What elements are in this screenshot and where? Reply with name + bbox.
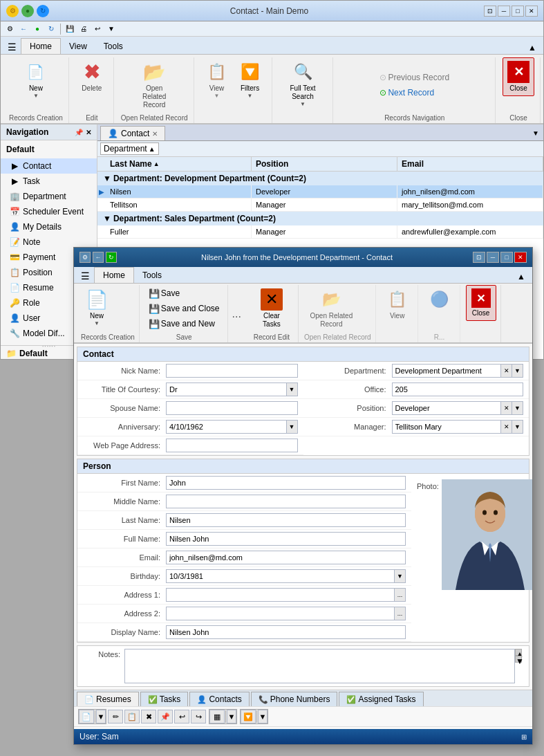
middle-name-input[interactable] (166, 495, 406, 508)
nav-item-contact[interactable]: ▶ Contact (1, 158, 97, 174)
toolbar-new-btn[interactable]: 📄 (79, 710, 94, 723)
refresh-icon[interactable]: ↻ (37, 5, 49, 17)
manager-dropdown-btn[interactable]: ▼ (512, 420, 523, 434)
notes-scroll-up[interactable]: ▲ (515, 649, 522, 656)
tab-assigned-tasks[interactable]: ✅ Assigned Tasks (339, 692, 423, 706)
restore-btn[interactable]: ⊡ (484, 6, 496, 17)
title-courtesy-input[interactable] (166, 382, 287, 396)
toolbar-grid-dropdown[interactable]: ▼ (227, 710, 236, 723)
tab-view[interactable]: View (61, 39, 95, 54)
open-related-button[interactable]: 📂 Open Related Record (129, 57, 180, 113)
person-email-input[interactable] (166, 551, 406, 564)
qa-dropdown-arrow[interactable]: ▼ (105, 23, 118, 35)
position-dropdown-btn[interactable]: ▼ (512, 401, 523, 415)
department-input[interactable] (392, 364, 502, 378)
col-last-name[interactable]: Last Name ▲ (106, 157, 252, 171)
nav-item-mydetails[interactable]: 👤 My Details (1, 219, 97, 234)
table-row[interactable]: ▶ Nilsen Developer john_nilsen@md.com (97, 185, 543, 199)
fulltext-search-button[interactable]: 🔍 Full Text Search ▼ (279, 57, 327, 111)
birthday-input[interactable] (166, 569, 395, 583)
tab-tools[interactable]: Tools (95, 39, 131, 54)
toolbar-dropdown-btn[interactable]: ▼ (96, 710, 106, 723)
office-input[interactable] (392, 382, 524, 396)
contact-tab-close[interactable]: ✕ (152, 130, 158, 138)
dialog-close-btn[interactable]: ✕ (514, 252, 527, 263)
dialog-tab-home[interactable]: Home (94, 267, 134, 283)
nav-pin-icon[interactable]: 📌 (75, 129, 83, 136)
view-button[interactable]: 📋 View ▼ (201, 57, 233, 102)
birthday-dropdown[interactable]: ▼ (395, 569, 406, 583)
dialog-view-button[interactable]: 📋 View (382, 285, 413, 324)
minimize-btn[interactable]: ─ (498, 6, 510, 17)
contact-tab[interactable]: 👤 Contact ✕ (100, 126, 165, 140)
department-dropdown-btn[interactable]: ▼ (512, 364, 523, 378)
tab-home[interactable]: Home (21, 38, 61, 54)
position-clear-btn[interactable]: ✕ (501, 401, 512, 415)
manager-input[interactable] (392, 420, 502, 434)
save-close-button[interactable]: 💾 Save and Close (145, 302, 223, 316)
close-window-btn[interactable]: ✕ (525, 6, 538, 17)
tab-resumes[interactable]: 📄 Resumes (77, 692, 139, 706)
dialog-r-button[interactable]: 🔵 (424, 285, 456, 314)
new-button[interactable]: 📄 New ▼ (20, 57, 52, 102)
department-clear-btn[interactable]: ✕ (501, 364, 512, 378)
first-name-input[interactable] (166, 476, 406, 490)
dialog-open-related-button[interactable]: 📂 Open Related Record (304, 285, 359, 332)
qa-undo-icon[interactable]: ↩ (91, 23, 104, 35)
toolbar-filter-dropdown[interactable]: ▼ (258, 710, 268, 723)
full-name-input[interactable] (166, 532, 406, 546)
delete-button[interactable]: ✖ Delete (76, 57, 108, 96)
display-name-input[interactable] (166, 625, 406, 639)
nav-item-department[interactable]: 🏢 Department (1, 189, 97, 204)
nick-name-input[interactable] (166, 364, 298, 378)
notes-textarea[interactable] (124, 649, 515, 683)
last-name-input[interactable] (166, 513, 406, 527)
qa-save-icon[interactable]: 💾 (64, 23, 76, 35)
tab-tasks[interactable]: ✅ Tasks (140, 692, 189, 706)
toolbar-redo-btn[interactable]: ↪ (191, 710, 206, 723)
close-button[interactable]: ✕ Close (503, 57, 534, 96)
collapse-ribbon-btn[interactable]: ▲ (524, 42, 541, 54)
dialog-more-btn[interactable]: ... (229, 285, 244, 342)
dialog-refresh-icon[interactable]: ↻ (106, 252, 117, 263)
dialog-restore-btn[interactable]: ⊡ (473, 252, 485, 263)
dialog-settings-icon[interactable]: ⚙ (79, 252, 91, 263)
tab-phone-numbers[interactable]: 📞 Phone Numbers (251, 692, 338, 706)
col-position[interactable]: Position (252, 157, 397, 171)
filters-button[interactable]: 🔽 Filters ▼ (234, 57, 266, 102)
dialog-close-ribbon-button[interactable]: ✕ Close (466, 285, 496, 321)
anniversary-input[interactable] (166, 420, 287, 434)
toolbar-copy-btn[interactable]: 📋 (124, 710, 140, 723)
toolbar-filter-btn[interactable]: 🔽 (241, 710, 256, 723)
qa-refresh-btn[interactable]: ↻ (45, 23, 57, 35)
dialog-menu-btn[interactable]: ☰ (77, 269, 94, 283)
toolbar-paste-btn[interactable]: 📌 (158, 710, 173, 723)
spouse-name-input[interactable] (166, 401, 298, 415)
toolbar-undo-btn[interactable]: ↩ (174, 710, 189, 723)
toolbar-grid-btn[interactable]: ▦ (209, 710, 225, 723)
toolbar-delete-btn[interactable]: ✖ (141, 710, 156, 723)
col-email[interactable]: Email (397, 157, 543, 171)
table-row[interactable]: Fuller Manager andrewfuller@example.com (97, 225, 543, 239)
next-record-button[interactable]: ⊙ Next Record (376, 86, 438, 100)
qa-forward-btn[interactable]: ● (31, 23, 44, 35)
department-filter-btn[interactable]: Department ▲ (100, 142, 159, 155)
qa-print-icon[interactable]: 🖨 (77, 23, 90, 35)
title-courtesy-dropdown[interactable]: ▼ (287, 382, 298, 396)
address2-btn[interactable]: ... (395, 607, 406, 620)
anniversary-dropdown[interactable]: ▼ (287, 420, 298, 434)
notes-scroll-down[interactable]: ▼ (515, 656, 522, 663)
expand-tab-btn[interactable]: ▼ (531, 128, 541, 138)
toolbar-edit-btn[interactable]: ✏ (108, 710, 123, 723)
dept1-collapse-icon[interactable]: ▼ (103, 174, 111, 183)
dialog-minimize-btn[interactable]: ─ (487, 252, 499, 263)
dialog-new-button[interactable]: 📄 New ▼ (81, 285, 113, 330)
dialog-collapse-ribbon-btn[interactable]: ▲ (513, 270, 529, 283)
tab-menu[interactable]: ☰ (3, 40, 21, 54)
qa-back-btn[interactable]: ← (17, 23, 30, 35)
clear-tasks-button[interactable]: ✕ Clear Tasks (250, 285, 294, 332)
maximize-btn[interactable]: □ (512, 6, 524, 17)
dialog-tab-tools[interactable]: Tools (134, 268, 170, 283)
qa-settings-btn[interactable]: ⚙ (3, 23, 16, 35)
address1-btn[interactable]: ... (395, 588, 406, 602)
